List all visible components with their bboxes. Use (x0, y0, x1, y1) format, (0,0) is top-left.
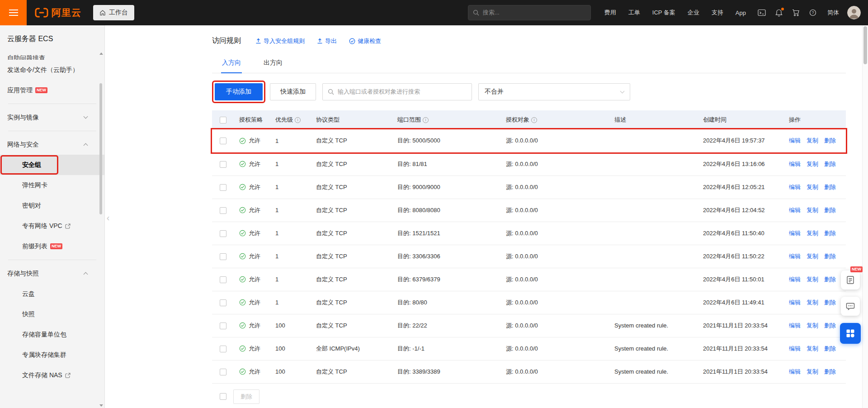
cart-icon[interactable] (792, 9, 800, 16)
language-selector[interactable]: 简体 (827, 9, 839, 17)
console-terminal-icon[interactable] (758, 9, 766, 16)
delete-link[interactable]: 删除 (824, 161, 836, 167)
created-time-cell: 2022年4月6日 11:50:40 (698, 222, 783, 245)
sidebar-item-eni[interactable]: 弹性网卡 (0, 175, 104, 195)
edit-link[interactable]: 编辑 (789, 253, 801, 260)
topbar-search-input[interactable]: 搜索... (468, 5, 591, 20)
batch-select-checkbox[interactable] (220, 393, 226, 400)
copy-link[interactable]: 复制 (807, 276, 818, 283)
mini-apps-button[interactable] (840, 323, 861, 344)
edit-link[interactable]: 编辑 (789, 207, 801, 213)
sidebar-item-instances-images[interactable]: 实例与镜像 (0, 107, 104, 128)
survey-button[interactable]: NEW (841, 270, 860, 289)
copy-link[interactable]: 复制 (807, 322, 818, 329)
sidebar-item-snapshot[interactable]: 快照 (0, 304, 104, 324)
page-scrollbar-thumb[interactable] (863, 26, 867, 64)
sidebar-item-app-management[interactable]: 应用管理NEW (0, 80, 104, 100)
copy-link[interactable]: 复制 (807, 137, 818, 144)
topbar-menu-work-orders[interactable]: 工单 (628, 9, 640, 17)
delete-link[interactable]: 删除 (824, 276, 836, 283)
row-checkbox[interactable] (220, 276, 226, 283)
copy-link[interactable]: 复制 (807, 345, 818, 352)
sidebar-item-security-group[interactable]: 安全组 (0, 155, 104, 175)
copy-link[interactable]: 复制 (807, 184, 818, 190)
copy-link[interactable]: 复制 (807, 253, 818, 260)
row-checkbox[interactable] (220, 161, 226, 168)
batch-delete-button[interactable]: 删除 (233, 389, 259, 404)
select-all-checkbox[interactable] (220, 117, 226, 123)
row-checkbox[interactable] (220, 253, 226, 260)
copy-link[interactable]: 复制 (807, 161, 818, 167)
sidebar-item-network-security[interactable]: 网络与安全 (0, 134, 104, 155)
edit-link[interactable]: 编辑 (789, 345, 801, 352)
copy-link[interactable]: 复制 (807, 230, 818, 237)
tab-inbound[interactable]: 入方向 (221, 55, 242, 73)
sidebar-item-vpc[interactable]: 专有网络 VPC (0, 216, 104, 236)
edit-link[interactable]: 编辑 (789, 322, 801, 329)
delete-link[interactable]: 删除 (824, 207, 836, 213)
avatar[interactable] (847, 6, 861, 19)
copy-link[interactable]: 复制 (807, 368, 818, 375)
delete-link[interactable]: 删除 (824, 184, 836, 190)
sidebar-item-key-pair[interactable]: 密钥对 (0, 195, 104, 216)
tab-outbound[interactable]: 出方向 (263, 55, 283, 73)
import-rules-link[interactable]: 导入安全组规则 (255, 37, 305, 45)
edit-link[interactable]: 编辑 (789, 230, 801, 237)
policy-cell: 允许 (234, 337, 270, 360)
delete-link[interactable]: 删除 (824, 322, 836, 329)
sidebar-item-send-command[interactable]: 发送命令/文件（云助手） (0, 60, 104, 80)
hamburger-menu-button[interactable] (0, 0, 27, 25)
delete-link[interactable]: 删除 (824, 345, 836, 352)
topbar-menu-enterprise[interactable]: 企业 (688, 9, 699, 17)
workbench-button[interactable]: 工作台 (93, 5, 134, 20)
manual-add-button[interactable]: 手动添加 (215, 83, 263, 100)
topbar-menu-support[interactable]: 支持 (712, 9, 723, 17)
copy-link[interactable]: 复制 (807, 299, 818, 306)
topbar-menu-billing[interactable]: 费用 (604, 9, 616, 17)
row-checkbox[interactable] (220, 369, 226, 375)
feedback-button[interactable] (841, 297, 860, 316)
row-checkbox[interactable] (220, 138, 226, 144)
delete-link[interactable]: 删除 (824, 230, 836, 237)
health-check-link[interactable]: 健康检查 (349, 37, 381, 45)
sidebar-scrollbar[interactable] (99, 52, 104, 407)
delete-link[interactable]: 删除 (824, 137, 836, 144)
row-checkbox[interactable] (220, 323, 226, 329)
page-scrollbar[interactable] (862, 25, 868, 408)
delete-link[interactable]: 删除 (824, 368, 836, 375)
edit-link[interactable]: 编辑 (789, 161, 801, 167)
scroll-down-arrow-icon[interactable] (99, 404, 103, 407)
delete-link[interactable]: 删除 (824, 253, 836, 260)
sidebar-item-storage-capacity-unit[interactable]: 存储容量单位包 (0, 324, 104, 345)
row-checkbox[interactable] (220, 207, 226, 214)
sidebar-scrollbar-thumb[interactable] (99, 83, 102, 214)
sidebar-item-self-diagnosis[interactable]: 自助问题排查 (0, 50, 104, 60)
row-checkbox[interactable] (220, 184, 226, 191)
edit-link[interactable]: 编辑 (789, 299, 801, 306)
sidebar-item-prefix-list[interactable]: 前缀列表NEW (0, 236, 104, 256)
help-icon[interactable]: ? (809, 9, 816, 16)
row-checkbox[interactable] (220, 299, 226, 306)
sidebar-item-nas[interactable]: 文件存储 NAS (0, 365, 104, 385)
quick-add-button[interactable]: 快速添加 (270, 83, 316, 100)
row-checkbox[interactable] (220, 230, 226, 237)
edit-link[interactable]: 编辑 (789, 368, 801, 375)
export-link[interactable]: 导出 (317, 37, 337, 45)
aliyun-logo[interactable]: 阿里云 (35, 6, 81, 19)
notification-bell-icon[interactable] (775, 9, 783, 17)
topbar-menu-app[interactable]: App (736, 9, 746, 16)
copy-link[interactable]: 复制 (807, 207, 818, 213)
merge-select[interactable]: 不合并 (478, 83, 630, 100)
sidebar-item-dedicated-block-storage[interactable]: 专属块存储集群 (0, 345, 104, 365)
edit-link[interactable]: 编辑 (789, 276, 801, 283)
topbar-menu-icp-filing[interactable]: ICP 备案 (652, 9, 675, 17)
sidebar-item-disk[interactable]: 云盘 (0, 284, 104, 304)
rule-search-input[interactable]: 输入端口或者授权对象进行搜索 (322, 83, 472, 100)
delete-link[interactable]: 删除 (824, 299, 836, 306)
scroll-up-arrow-icon[interactable] (99, 52, 103, 55)
sidebar-item-storage-snapshot[interactable]: 存储与快照 (0, 263, 104, 284)
edit-link[interactable]: 编辑 (789, 137, 801, 144)
row-checkbox[interactable] (220, 346, 226, 352)
edit-link[interactable]: 编辑 (789, 184, 801, 190)
sidebar-collapse-handle[interactable]: ‹ (105, 207, 111, 228)
